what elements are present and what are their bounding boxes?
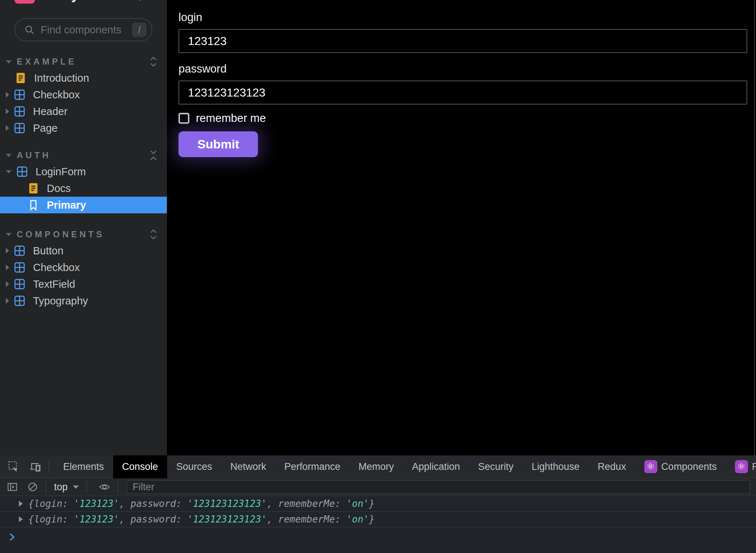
search-icon <box>24 24 35 35</box>
expand-all-icon[interactable] <box>149 228 158 241</box>
toolbar-separator <box>87 480 87 494</box>
tab-react-profiler[interactable]: ⚛ Profiler <box>726 455 756 478</box>
sidebar-item-typography[interactable]: Typography <box>0 292 167 309</box>
tab-performance[interactable]: Performance <box>275 455 350 478</box>
sidebar-item-page[interactable]: Page <box>0 120 167 136</box>
component-icon <box>13 261 26 274</box>
preview-scrollbar[interactable] <box>754 0 755 455</box>
component-icon <box>13 105 26 118</box>
sidebar-item-label: Checkbox <box>33 262 80 274</box>
expand-all-icon[interactable] <box>149 56 158 68</box>
chevron-right-icon <box>6 281 9 287</box>
devtools-panel: Elements Console Sources Network Perform… <box>0 455 756 553</box>
console-messages: {login: '123123', password: '12312312312… <box>0 496 756 549</box>
tab-network[interactable]: Network <box>221 455 275 478</box>
remember-me-checkbox[interactable] <box>178 113 189 124</box>
sidebar-item-label: TextField <box>33 278 75 290</box>
tab-application[interactable]: Application <box>403 455 469 478</box>
javascript-context-selector[interactable]: top <box>51 482 82 493</box>
chevron-right-icon <box>6 298 9 304</box>
submit-button[interactable]: Submit <box>178 131 258 157</box>
console-toolbar: top <box>0 478 756 496</box>
tab-security[interactable]: Security <box>469 455 523 478</box>
storybook-logo-text[interactable]: Storybook <box>41 0 116 3</box>
ban-icon <box>27 482 38 492</box>
component-icon <box>13 89 26 101</box>
tab-sources[interactable]: Sources <box>167 455 221 478</box>
component-icon <box>13 245 26 257</box>
clear-console-button[interactable] <box>25 480 41 494</box>
tab-redux[interactable]: Redux <box>589 455 635 478</box>
device-toolbar-button[interactable] <box>28 459 44 475</box>
sidebar-item-docs[interactable]: Docs <box>0 180 167 197</box>
eye-icon <box>99 482 110 492</box>
sidebar-item-label: LoginForm <box>36 166 86 178</box>
sidebar-item-label: Primary <box>47 199 86 211</box>
component-icon <box>13 122 26 134</box>
expand-object-icon[interactable] <box>19 501 23 507</box>
sidebar-item-label: Typography <box>33 295 88 307</box>
react-icon: ⚛ <box>735 460 748 473</box>
sidebar-item-button[interactable]: Button <box>0 242 167 259</box>
tab-console[interactable]: Console <box>113 455 167 478</box>
password-label: password <box>178 62 747 75</box>
sidebar-item-checkbox-2[interactable]: Checkbox <box>0 259 167 276</box>
sidebar-menu-icon[interactable]: ⁘ <box>136 0 144 2</box>
chevron-right-icon <box>6 248 9 254</box>
sidebar-item-header[interactable]: Header <box>0 103 167 120</box>
sidebar-item-label: Docs <box>47 183 71 194</box>
chevron-down-icon <box>73 486 79 489</box>
sidebar-item-introduction[interactable]: Introduction <box>0 70 167 86</box>
section-header-example[interactable]: EXAMPLE <box>0 54 167 70</box>
console-log-row: {login: '123123', password: '12312312312… <box>0 496 756 512</box>
sidebar-item-label: Checkbox <box>33 89 80 101</box>
collapse-all-icon[interactable] <box>149 149 158 161</box>
section-header-components[interactable]: COMPONENTS <box>0 226 167 242</box>
toolbar-separator <box>46 480 46 494</box>
tab-memory[interactable]: Memory <box>349 455 403 478</box>
tab-react-components[interactable]: ⚛ Components <box>635 455 726 478</box>
story-preview-canvas: login password remember me Submit <box>167 0 756 455</box>
console-filter-input[interactable] <box>127 480 750 494</box>
devtools-tabbar: Elements Console Sources Network Perform… <box>0 455 756 478</box>
login-form: login password remember me Submit <box>178 11 747 157</box>
sidebar-item-loginform[interactable]: LoginForm <box>0 163 167 180</box>
tab-lighthouse[interactable]: Lighthouse <box>522 455 588 478</box>
section-header-auth[interactable]: AUTH <box>0 147 167 163</box>
expand-object-icon[interactable] <box>19 516 23 522</box>
inspect-element-button[interactable] <box>6 459 22 475</box>
toolbar-separator <box>118 480 118 494</box>
sidebar-item-primary-selected[interactable]: Primary <box>0 197 167 213</box>
live-expression-button[interactable] <box>96 480 112 494</box>
chevron-down-icon <box>6 60 12 64</box>
search-input[interactable] <box>41 24 132 36</box>
sidebar-item-textfield[interactable]: TextField <box>0 276 167 292</box>
sidebar-item-label: Page <box>33 122 58 134</box>
document-icon <box>15 72 27 84</box>
console-sidebar-toggle-button[interactable] <box>4 480 20 494</box>
search-box[interactable]: / <box>15 18 152 41</box>
chevron-right-icon <box>6 265 9 270</box>
login-label: login <box>178 11 747 24</box>
console-prompt[interactable] <box>0 527 756 549</box>
section-label: AUTH <box>17 150 51 160</box>
storybook-sidebar: Storybook ⁘ / EXAMPLE <box>0 0 167 455</box>
component-icon <box>13 295 26 307</box>
console-log-row: {login: '123123', password: '12312312312… <box>0 512 756 527</box>
app-window: Storybook ⁘ / EXAMPLE <box>0 0 756 553</box>
chevron-down-icon <box>6 233 12 236</box>
inspect-icon <box>8 460 20 473</box>
storybook-logo-icon[interactable] <box>15 0 35 4</box>
tab-elements[interactable]: Elements <box>54 455 113 478</box>
login-input[interactable] <box>178 29 747 53</box>
chevron-down-icon <box>6 170 12 173</box>
sidebar-item-label: Introduction <box>34 72 89 84</box>
panel-left-icon <box>7 482 18 492</box>
section-label: COMPONENTS <box>17 229 104 239</box>
sidebar-item-label: Button <box>33 245 63 257</box>
component-icon <box>13 278 26 290</box>
logo-row: Storybook ⁘ <box>0 0 167 5</box>
password-input[interactable] <box>178 81 747 105</box>
sidebar-item-checkbox[interactable]: Checkbox <box>0 86 167 103</box>
chevron-right-icon <box>6 92 9 98</box>
